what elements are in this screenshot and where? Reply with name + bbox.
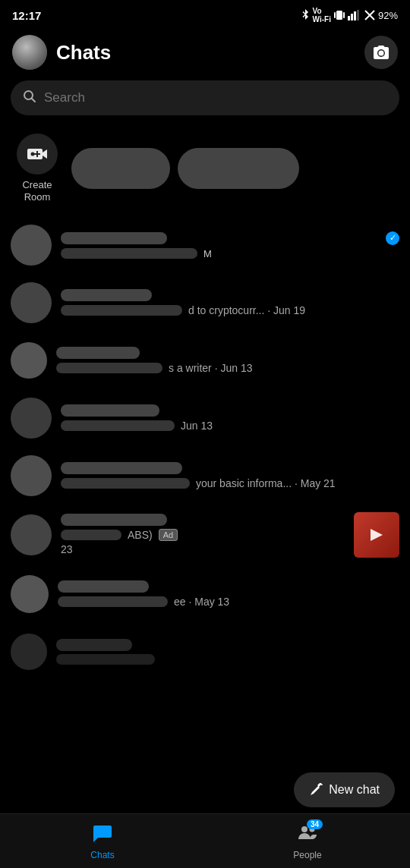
chat-item[interactable]: ee · May 13 [0, 565, 410, 623]
chat-preview-row: d to cryptocurr... · Jun 19 [61, 304, 399, 316]
chat-preview-text: your basic informa... · May 21 [196, 477, 336, 489]
people-badge: 34 [307, 819, 323, 829]
chat-name-row [61, 462, 399, 474]
create-room-button[interactable]: CreateRoom [11, 134, 64, 203]
chat-avatar [11, 225, 52, 266]
svg-rect-1 [334, 12, 336, 18]
search-icon [23, 90, 36, 106]
chat-item[interactable]: ✓ M [0, 216, 410, 274]
chat-item[interactable]: d to cryptocurr... · Jun 19 [0, 274, 410, 332]
chat-content [56, 639, 399, 665]
chat-preview-text: Jun 13 [181, 420, 213, 432]
chat-thumbnail [354, 512, 399, 558]
chats-icon [92, 822, 113, 844]
svg-rect-5 [354, 11, 356, 20]
room-stories-area [64, 148, 299, 189]
vowifi-icon: VoWi-Fi [313, 7, 331, 24]
chat-preview-row: s a writer · Jun 13 [56, 362, 399, 374]
nosim-icon [364, 10, 375, 20]
chat-preview-blur [61, 420, 175, 431]
camera-icon [373, 46, 390, 59]
svg-rect-3 [348, 16, 350, 20]
chat-content: d to cryptocurr... · Jun 19 [61, 289, 399, 316]
chat-avatar [11, 398, 52, 439]
nav-item-people[interactable]: 34 People [205, 814, 410, 868]
chat-preview-blur [61, 530, 121, 540]
chat-preview-blur [61, 305, 182, 316]
user-avatar[interactable] [12, 35, 47, 70]
signal-icon [348, 10, 361, 20]
chat-item-ad[interactable]: ABS) Ad 23 [0, 505, 410, 565]
story-item[interactable] [178, 148, 299, 189]
svg-rect-2 [343, 12, 345, 18]
chat-item[interactable]: s a writer · Jun 13 [0, 332, 410, 389]
chat-name-blur [56, 347, 140, 359]
chat-name-row [61, 289, 399, 301]
bottom-nav: Chats 34 People [0, 813, 410, 868]
chat-name-blur [61, 462, 182, 474]
status-bar: 12:17 VoWi-Fi 92% [0, 0, 410, 27]
chat-preview-blur [61, 478, 190, 489]
ad-badge: Ad [159, 529, 178, 541]
chat-name-row [56, 639, 399, 651]
edit-icon [309, 783, 323, 797]
chat-avatar [11, 634, 47, 670]
chat-preview-row: your basic informa... · May 21 [61, 477, 399, 489]
chat-content: s a writer · Jun 13 [56, 347, 399, 374]
chat-avatar [11, 575, 49, 613]
svg-rect-4 [351, 14, 353, 20]
chat-item[interactable] [0, 623, 410, 681]
chat-name-blur [56, 639, 132, 651]
story-item[interactable] [71, 148, 170, 189]
svg-point-9 [379, 51, 384, 56]
chat-avatar [11, 455, 52, 496]
create-room-icon [17, 134, 58, 175]
chat-item[interactable]: Jun 13 [0, 389, 410, 447]
verified-icon: ✓ [386, 231, 399, 245]
chat-time-text: 23 [61, 543, 73, 555]
chat-preview-row: ABS) Ad [61, 529, 345, 541]
chat-preview-text: d to cryptocurr... · Jun 19 [188, 304, 305, 316]
new-chat-label: New chat [329, 783, 380, 797]
chat-name-row [58, 580, 399, 593]
chat-preview-blur [58, 596, 168, 607]
chat-item[interactable]: your basic informa... · May 21 [0, 447, 410, 505]
chat-name-blur [61, 514, 167, 526]
header-left: Chats [12, 35, 111, 70]
new-chat-button[interactable]: New chat [294, 772, 395, 807]
thumb-overlay [354, 512, 399, 558]
chat-preview-blur [61, 248, 197, 259]
chat-name-row [61, 404, 399, 417]
nav-item-chats[interactable]: Chats [0, 814, 205, 868]
play-icon [371, 529, 383, 541]
chat-content: Jun 13 [61, 404, 399, 432]
vibrate-icon [334, 9, 345, 21]
header: Chats [0, 27, 410, 80]
search-input[interactable] [44, 90, 387, 105]
status-time: 12:17 [12, 9, 41, 22]
nav-label-people: People [293, 850, 321, 860]
chat-preview-blur [56, 654, 155, 665]
svg-point-13 [31, 153, 35, 156]
chat-preview-text: s a writer · Jun 13 [169, 362, 253, 374]
chat-preview-blur [56, 363, 162, 373]
chat-content: ABS) Ad 23 [61, 514, 345, 556]
chats-icon-wrap [92, 822, 113, 847]
svg-rect-6 [357, 10, 359, 20]
people-icon-wrap: 34 [297, 822, 318, 847]
page-title: Chats [56, 41, 111, 64]
chat-content: ee · May 13 [58, 580, 399, 608]
chat-name-blur [61, 232, 167, 244]
svg-rect-0 [336, 11, 342, 20]
create-room-label: CreateRoom [22, 179, 52, 203]
chat-avatar [11, 342, 47, 379]
chat-preview-text: M [203, 248, 212, 259]
chat-preview-row: Jun 13 [61, 420, 399, 432]
camera-button[interactable] [364, 36, 398, 69]
search-bar[interactable] [11, 80, 399, 115]
chat-preview-text: ABS) [128, 529, 153, 541]
status-icons: VoWi-Fi 92% [301, 7, 398, 24]
chat-content: ✓ M [61, 231, 399, 259]
svg-point-16 [301, 826, 308, 832]
chat-content: your basic informa... · May 21 [61, 462, 399, 489]
